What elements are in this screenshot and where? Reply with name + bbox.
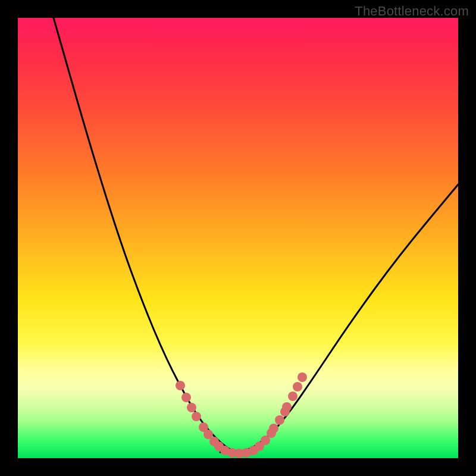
data-marker <box>176 381 185 390</box>
watermark-text: TheBottleneck.com <box>355 4 469 19</box>
data-marker <box>282 402 292 412</box>
data-marker <box>192 412 201 421</box>
data-marker <box>298 372 307 382</box>
data-marker <box>181 393 191 402</box>
chart-frame: TheBottleneck.com <box>0 0 476 476</box>
data-marker <box>275 415 284 425</box>
right-curve <box>238 184 458 452</box>
data-marker <box>269 424 278 433</box>
data-marker <box>293 382 302 392</box>
left-curve <box>54 18 238 452</box>
data-marker <box>187 403 196 412</box>
plot-area <box>18 18 458 458</box>
curve-layer <box>18 18 458 458</box>
data-marker <box>288 392 298 401</box>
marker-group <box>176 372 307 458</box>
